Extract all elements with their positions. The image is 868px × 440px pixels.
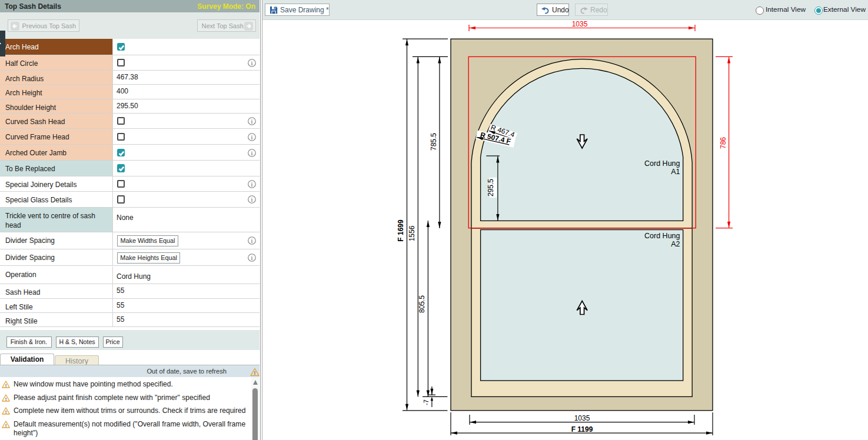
svg-text:!: ! [5, 423, 7, 428]
svg-text:A1: A1 [671, 168, 680, 176]
svg-text:!: ! [5, 396, 7, 401]
svg-text:i: i [251, 149, 253, 156]
svg-text:Cord Hung: Cord Hung [644, 159, 680, 168]
svg-text:i: i [251, 134, 253, 140]
svg-text:i: i [251, 181, 253, 187]
svg-text:1556: 1556 [408, 225, 416, 241]
svg-text:!: ! [5, 383, 7, 388]
svg-text:i: i [251, 238, 253, 244]
svg-text:F 1199: F 1199 [571, 425, 593, 434]
svg-text:1035: 1035 [572, 20, 588, 28]
svg-text:Cord Hung: Cord Hung [644, 232, 680, 240]
svg-text:A2: A2 [671, 240, 680, 248]
svg-text:!: ! [254, 370, 256, 376]
svg-text:295.5: 295.5 [487, 179, 495, 196]
svg-text:805.5: 805.5 [418, 295, 426, 313]
svg-text:i: i [251, 196, 253, 203]
svg-text:785.5: 785.5 [430, 133, 438, 151]
svg-text:i: i [251, 255, 253, 261]
svg-text:!: ! [5, 409, 7, 415]
svg-text:1035: 1035 [574, 414, 590, 422]
svg-text:F 1699: F 1699 [397, 219, 405, 242]
svg-text:-7: -7 [423, 399, 430, 405]
svg-text:i: i [251, 118, 253, 124]
svg-text:i: i [251, 59, 253, 66]
svg-text:786: 786 [719, 137, 727, 149]
